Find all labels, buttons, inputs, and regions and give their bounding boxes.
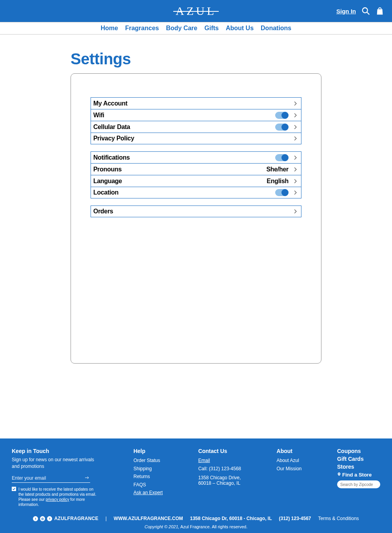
footer-address-line: 60018 – Chicago, IL [198,480,241,486]
consent-row: I would like to receive the latest updat… [12,487,98,507]
nav-home[interactable]: Home [101,25,118,32]
find-store-label: Find a Store [342,472,372,478]
pipe: | [105,516,107,521]
row-label: Language [93,178,122,185]
row-label: Wifi [93,112,104,119]
social-handle: AZULFRAGRANCE [54,516,98,521]
settings-row-wifi[interactable]: Wifi [91,109,301,121]
wifi-toggle[interactable] [275,112,289,119]
footer-link[interactable]: FAQS [133,481,163,489]
email-input-row [12,474,90,483]
footer-link[interactable]: Order Status [133,457,163,464]
sign-in-link[interactable]: Sign In [336,8,356,15]
twitter-icon[interactable]: t [33,516,38,521]
footer-link[interactable]: About Azul [277,457,302,464]
footer-link[interactable]: Ask an Expert [133,489,163,497]
notifications-toggle[interactable] [275,154,289,161]
nav-body-care[interactable]: Body Care [166,25,197,32]
settings-row-my-account[interactable]: My Account [91,97,301,109]
footer-subtext: Sign up for news on our newest arrivals … [12,457,98,470]
footer-bottom: t ◎ f AZULFRAGRANCE | WWW.AZULFRAGRANCE.… [12,516,380,521]
settings-row-notifications[interactable]: Notifications [91,151,301,163]
find-a-store[interactable]: Find a Store [337,471,380,478]
row-label: Cellular Data [93,124,130,131]
search-icon[interactable] [361,7,370,15]
settings-row-cellular[interactable]: Cellular Data [91,121,301,133]
settings-row-orders[interactable]: Orders [91,206,301,217]
terms-link[interactable]: Terms & Conditions [318,516,359,521]
footer-contact: Contact Us Email Call: (312) 123-4568 13… [198,448,241,507]
nav-fragrances[interactable]: Fragrances [125,25,159,32]
chevron-right-icon [292,136,298,141]
nav-gifts[interactable]: Gifts [204,25,218,32]
chevron-right-icon [292,167,298,172]
footer-help: Help Order Status Shipping Returns FAQS … [133,448,163,507]
footer-phone: (312) 123-4567 [279,516,311,521]
copyright: Copyright © 2021, Azul Fragrance. All ri… [12,524,380,529]
footer-address-line: 1358 Chicago Drive, [198,475,241,480]
chevron-right-icon [292,113,298,118]
settings-group: Notifications Pronouns She/her Language … [91,151,301,198]
footer-right: Coupons Gift Cards Stores Find a Store [337,448,380,507]
chevron-right-icon [292,190,298,195]
settings-panel: My Account Wifi Cellular Data Privacy Po… [71,73,321,364]
chevron-right-icon [292,155,298,160]
location-toggle[interactable] [275,189,289,196]
svg-line-1 [367,12,369,15]
consent-text: I would like to receive the latest updat… [18,487,98,507]
pin-icon [337,471,341,478]
zip-search [337,480,380,488]
nav-about-us[interactable]: About Us [226,25,254,32]
footer-heading: Keep in Touch [12,448,98,454]
settings-row-language[interactable]: Language English [91,175,301,187]
logo: AZUL [176,4,216,18]
bag-icon[interactable] [376,7,384,15]
instagram-icon[interactable]: ◎ [40,516,45,521]
settings-group: Orders [91,206,301,217]
row-label: Pronouns [93,166,122,173]
coupons-link[interactable]: Coupons [337,448,380,454]
row-label: Orders [93,208,113,215]
settings-group: My Account Wifi Cellular Data Privacy Po… [91,97,301,144]
footer-heading: Contact Us [198,448,241,454]
footer-keep-in-touch: Keep in Touch Sign up for news on our ne… [12,448,98,507]
chevron-right-icon [292,124,298,130]
header-actions: Sign In [336,0,384,22]
gift-cards-link[interactable]: Gift Cards [337,456,380,462]
footer-link[interactable]: Returns [133,473,163,480]
footer-link[interactable]: Shipping [133,465,163,473]
row-label: Location [93,189,118,196]
row-value: She/her [266,166,289,173]
settings-row-pronouns[interactable]: Pronouns She/her [91,163,301,175]
svg-point-0 [363,8,368,13]
settings-row-privacy[interactable]: Privacy Policy [91,133,301,144]
footer-heading: Help [133,448,163,454]
consent-checkbox[interactable] [12,487,16,491]
stores-link[interactable]: Stores [337,464,380,470]
chevron-right-icon [292,209,298,214]
main-nav: Home Fragrances Body Care Gifts About Us… [0,22,392,35]
facebook-icon[interactable]: f [47,516,52,521]
website-link[interactable]: WWW.AZULFRAGRANCE.COM [114,516,183,521]
footer-email-link[interactable]: Email [198,457,241,464]
nav-donations[interactable]: Donations [261,25,291,32]
email-input[interactable] [12,474,84,482]
footer-link[interactable]: Our Mission [277,465,302,473]
row-label: My Account [93,100,127,107]
footer-heading: About [277,448,302,454]
chevron-right-icon [292,101,298,106]
settings-row-location[interactable]: Location [91,187,301,198]
footer: Keep in Touch Sign up for news on our ne… [0,438,392,533]
row-label: Privacy Policy [93,135,134,142]
footer-about: About About Azul Our Mission [277,448,302,507]
submit-arrow-icon[interactable] [84,475,90,481]
header: AZUL Sign In [0,0,392,22]
zip-input[interactable] [340,482,377,487]
svg-point-3 [339,473,340,475]
row-value: English [267,178,289,185]
footer-phone[interactable]: Call: (312) 123-4568 [198,465,241,473]
privacy-policy-link[interactable]: privacy policy [46,497,69,502]
cellular-toggle[interactable] [275,124,289,131]
chevron-right-icon [292,178,298,184]
social-icons: t ◎ f AZULFRAGRANCE [33,516,98,521]
